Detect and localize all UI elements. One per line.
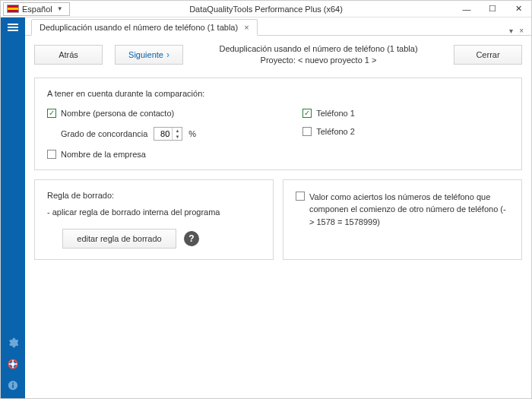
chevron-down-icon: ▼ [57,5,63,12]
checkbox-icon [47,150,56,159]
tab-deduplication[interactable]: Deduplicación usando el número de teléfo… [31,19,258,36]
delete-rule-panel: Regla de borrado: - aplicar regla de bor… [34,179,274,260]
language-label: Español [22,5,52,14]
help-icon[interactable]: ? [184,231,199,246]
checkbox-phone2[interactable]: Teléfono 2 [302,127,355,136]
language-selector[interactable]: Español ▼ [3,2,70,16]
tab-label: Deduplicación usando el número de teléfo… [40,23,238,32]
concordance-input[interactable] [154,129,171,138]
settings-button[interactable] [8,337,18,348]
tab-overflow-button[interactable]: ▾ [509,27,513,35]
spin-up-button[interactable]: ▲ [173,128,182,134]
spin-down-button[interactable]: ▼ [173,134,182,140]
info-icon [8,380,18,391]
checkbox-icon [302,109,312,118]
checkbox-icon [47,109,56,118]
chevron-right-icon: › [166,49,169,60]
lifebuoy-icon [8,359,18,369]
edit-delete-rule-button[interactable]: editar regla de borrado [62,229,176,249]
svg-point-1 [11,362,14,366]
next-button[interactable]: Siguiente› [115,45,183,65]
flag-icon [7,5,19,13]
checkbox-phone1[interactable]: Teléfono 1 [302,109,355,118]
menu-button[interactable] [3,22,23,33]
checkbox-icon [302,127,312,136]
gear-icon [8,337,18,348]
svg-rect-7 [12,385,14,388]
hamburger-icon [8,27,18,28]
help-button[interactable] [8,359,18,369]
compare-panel: A tener en cuenta durante la comparación… [34,78,522,170]
compare-title: A tener en cuenta durante la comparación… [47,89,509,98]
concordance-spinner[interactable]: ▲ ▼ [154,127,182,141]
page-title: Deduplicación usando el número de teléfo… [195,43,442,67]
app-title: DataQualityTools Performance Plus (x64) [189,5,343,14]
delete-rule-title: Regla de borrado: [47,191,261,200]
checkbox-icon [296,192,305,201]
svg-rect-8 [12,383,14,385]
maximize-button[interactable]: ☐ [480,1,505,17]
info-button[interactable] [8,380,18,391]
sidebar [1,17,25,398]
checkbox-prefix-match[interactable]: Valor como aciertos los números de teléf… [296,191,509,229]
back-button[interactable]: Atrás [34,45,103,65]
concordance-label: Grado de concordancia [61,129,147,138]
window-close-button[interactable]: ✕ [505,1,531,17]
tab-close-all-button[interactable]: × [519,27,524,35]
close-button[interactable]: Cerrar [454,45,522,65]
hits-panel: Valor como aciertos los números de teléf… [283,179,522,260]
minimize-button[interactable]: — [454,1,480,17]
delete-rule-desc: - aplicar regla de borrado interna del p… [47,207,261,217]
checkbox-company-name[interactable]: Nombre de la empresa [47,150,196,159]
tab-close-button[interactable]: × [244,23,249,32]
checkbox-contact-name[interactable]: Nombre (persona de contacto) [47,109,196,118]
